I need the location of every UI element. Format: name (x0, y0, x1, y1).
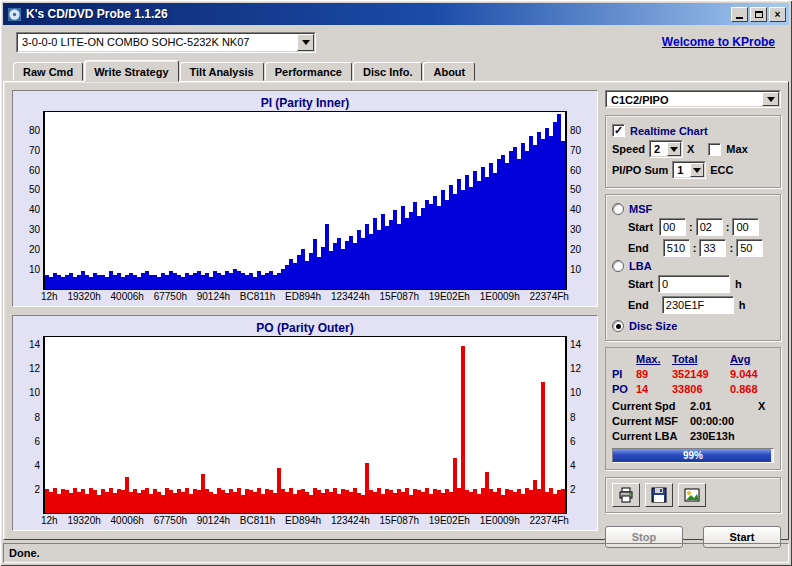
drive-select-value: 3-0-0-0 LITE-ON COMBO SOHC-5232K NK07 (18, 34, 297, 51)
y-axis-label: 60 (29, 166, 40, 176)
drive-select[interactable]: 3-0-0-0 LITE-ON COMBO SOHC-5232K NK07 (16, 32, 316, 53)
pipo-sum-arrow[interactable] (690, 163, 704, 177)
x-axis-label: 15F087h (380, 515, 419, 528)
current-lba-value: 230E13h (690, 430, 758, 442)
lba-start-input[interactable] (658, 275, 730, 293)
y-axis-label: 10 (570, 265, 581, 275)
y-axis-label: 70 (29, 146, 40, 156)
max-speed-checkbox[interactable] (708, 143, 721, 156)
pi-chart: PI (Parity Inner) 1020304050607080 10203… (12, 90, 598, 307)
tab-disc-info[interactable]: Disc Info. (353, 62, 423, 81)
minimize-icon (736, 17, 743, 19)
y-axis-label: 12 (29, 364, 40, 374)
tab-tilt-analysis[interactable]: Tilt Analysis (180, 62, 264, 81)
x-axis-label: BC811h (240, 291, 275, 304)
x-axis-label: 1E0009h (480, 515, 520, 528)
stats-pi-label: PI (612, 368, 636, 380)
actions-group (605, 477, 781, 513)
tab-raw-cmd[interactable]: Raw Cmd (13, 62, 83, 81)
lba-end-input[interactable] (662, 296, 734, 314)
control-panel: C1C2/PIPO ✓ Realtime Chart Speed 2 (605, 90, 781, 531)
toolbar: 3-0-0-0 LITE-ON COMBO SOHC-5232K NK07 We… (3, 25, 789, 59)
hex-unit-label: h (739, 299, 746, 311)
msf-end-min-input[interactable] (663, 239, 690, 257)
save-button[interactable] (645, 483, 673, 507)
y-axis-label: 4 (34, 461, 40, 471)
lba-end-label: End (628, 299, 649, 311)
colon-separator: : (693, 242, 697, 254)
drive-select-arrow[interactable] (297, 34, 314, 51)
x-axis-label: 19E02Eh (429, 291, 470, 304)
y-axis-label: 8 (34, 413, 40, 423)
range-group: MSF Start : : End : : (605, 194, 781, 341)
mode-select-arrow[interactable] (762, 92, 779, 106)
pi-y-axis-left: 1020304050607080 (17, 111, 43, 290)
msf-start-min-input[interactable] (659, 218, 686, 236)
current-msf-value: 00:00:00 (690, 415, 758, 427)
current-spd-label: Current Spd (612, 400, 690, 412)
stats-po-avg: 0.868 (730, 383, 774, 395)
x-axis-label: 40006h (111, 515, 144, 528)
msf-end-sec-input[interactable] (699, 239, 726, 257)
speed-select[interactable]: 2 (649, 140, 683, 158)
y-axis-label: 6 (570, 437, 576, 447)
floppy-icon (651, 487, 667, 503)
realtime-chart-checkbox[interactable]: ✓ (612, 124, 625, 137)
x-axis-label: 22374Fh (529, 291, 568, 304)
y-axis-label: 10 (29, 265, 40, 275)
minimize-button[interactable] (731, 7, 748, 22)
check-icon: ✓ (614, 125, 623, 136)
y-axis-label: 10 (570, 388, 581, 398)
chevron-down-icon (302, 40, 310, 45)
x-axis-label: 123424h (331, 291, 370, 304)
realtime-chart-label: Realtime Chart (630, 125, 708, 137)
x-axis-label: 1E0009h (480, 291, 520, 304)
msf-end-frame-input[interactable] (736, 239, 763, 257)
y-axis-label: 50 (29, 185, 40, 195)
disc-size-label: Disc Size (629, 320, 677, 332)
x-axis-label: 67750h (154, 291, 187, 304)
colon-separator: : (689, 221, 693, 233)
speed-unit-label: X (687, 143, 694, 155)
x-axis-label: 90124h (197, 515, 230, 528)
pipo-sum-value: 1 (674, 163, 690, 177)
main-panel: PI (Parity Inner) 1020304050607080 10203… (3, 81, 789, 540)
y-axis-label: 80 (29, 126, 40, 136)
msf-end-label: End (628, 242, 649, 254)
po-y-axis-right: 2468101214 (567, 336, 593, 515)
msf-start-sec-input[interactable] (696, 218, 723, 236)
stats-header-total: Total (672, 353, 730, 365)
lba-radio[interactable] (612, 260, 624, 272)
save-chart-image-button[interactable] (678, 483, 706, 507)
printer-icon (618, 487, 634, 503)
title-bar: K's CD/DVD Probe 1.1.26 × (3, 3, 789, 25)
ecc-label: ECC (710, 164, 733, 176)
stats-pi-avg: 9.044 (730, 368, 774, 380)
stats-pi-max: 89 (636, 368, 672, 380)
status-bar: Done. (3, 543, 789, 563)
print-button[interactable] (612, 483, 640, 507)
msf-start-frame-input[interactable] (732, 218, 759, 236)
speed-select-arrow[interactable] (667, 142, 681, 156)
pipo-sum-select[interactable]: 1 (672, 161, 706, 179)
disc-size-radio[interactable] (612, 320, 624, 332)
tab-performance[interactable]: Performance (265, 62, 352, 81)
tab-write-strategy[interactable]: Write Strategy (84, 60, 178, 82)
po-plot-area (43, 336, 567, 515)
welcome-link[interactable]: Welcome to KProbe (662, 35, 775, 49)
y-axis-label: 8 (570, 413, 576, 423)
y-axis-label: 30 (570, 225, 581, 235)
tab-about[interactable]: About (423, 62, 475, 81)
maximize-button[interactable] (750, 7, 767, 22)
radio-dot-icon (616, 324, 621, 329)
mode-select[interactable]: C1C2/PIPO (605, 90, 781, 108)
window-title: K's CD/DVD Probe 1.1.26 (26, 7, 731, 21)
progress-percent: 99% (613, 450, 773, 461)
lba-start-label: Start (628, 278, 653, 290)
close-button[interactable]: × (769, 7, 786, 22)
y-axis-label: 14 (29, 340, 40, 350)
stats-header-avg: Avg (730, 353, 774, 365)
msf-radio[interactable] (612, 203, 624, 215)
current-spd-value: 2.01 (690, 400, 758, 412)
stats-po-total: 33806 (672, 383, 730, 395)
